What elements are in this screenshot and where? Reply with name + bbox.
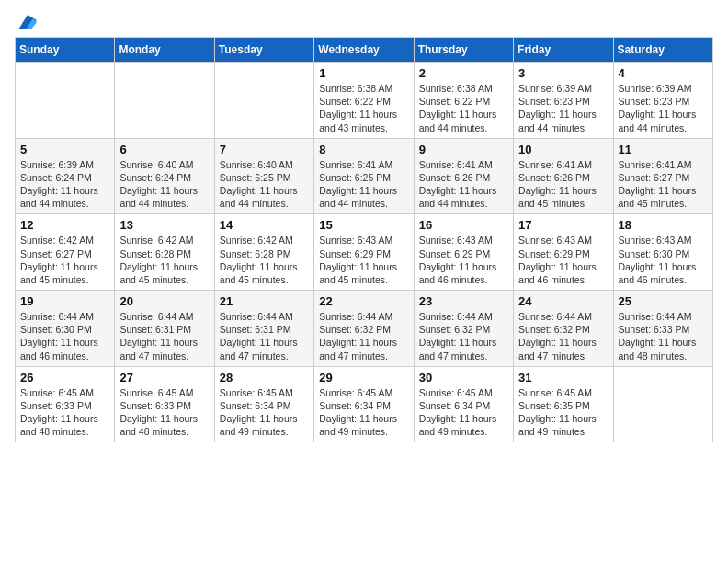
calendar-cell: 22Sunrise: 6:44 AMSunset: 6:32 PMDayligh…	[314, 291, 414, 367]
day-info: Sunrise: 6:40 AMSunset: 6:24 PMDaylight:…	[119, 158, 209, 211]
day-info: Sunrise: 6:42 AMSunset: 6:28 PMDaylight:…	[119, 234, 209, 286]
day-info: Sunrise: 6:45 AMSunset: 6:34 PMDaylight:…	[319, 386, 408, 439]
day-info: Sunrise: 6:43 AMSunset: 6:30 PMDaylight:…	[619, 234, 708, 286]
day-info: Sunrise: 6:44 AMSunset: 6:31 PMDaylight:…	[119, 310, 209, 362]
calendar-week-row: 1Sunrise: 6:38 AMSunset: 6:22 PMDaylight…	[16, 63, 713, 139]
day-number: 2	[419, 66, 508, 80]
day-number: 16	[419, 218, 508, 232]
weekday-header-saturday: Saturday	[613, 38, 712, 63]
calendar-cell: 11Sunrise: 6:41 AMSunset: 6:27 PMDayligh…	[613, 138, 712, 214]
day-info: Sunrise: 6:39 AMSunset: 6:24 PMDaylight:…	[20, 158, 109, 211]
calendar-cell: 14Sunrise: 6:42 AMSunset: 6:28 PMDayligh…	[214, 214, 313, 291]
calendar-cell: 21Sunrise: 6:44 AMSunset: 6:31 PMDayligh…	[214, 291, 313, 367]
day-number: 31	[518, 371, 608, 385]
day-number: 8	[319, 143, 408, 156]
calendar-cell: 16Sunrise: 6:43 AMSunset: 6:29 PMDayligh…	[414, 214, 513, 291]
calendar-cell: 2Sunrise: 6:38 AMSunset: 6:22 PMDaylight…	[414, 63, 513, 139]
day-number: 20	[119, 294, 209, 308]
calendar-cell: 8Sunrise: 6:41 AMSunset: 6:25 PMDaylight…	[314, 138, 414, 214]
weekday-header-wednesday: Wednesday	[314, 38, 414, 63]
day-number: 18	[619, 218, 708, 232]
calendar-cell: 4Sunrise: 6:39 AMSunset: 6:23 PMDaylight…	[613, 63, 712, 139]
calendar-body: 1Sunrise: 6:38 AMSunset: 6:22 PMDaylight…	[16, 63, 713, 442]
day-info: Sunrise: 6:45 AMSunset: 6:34 PMDaylight:…	[220, 386, 309, 439]
day-number: 17	[518, 218, 608, 232]
calendar-cell: 27Sunrise: 6:45 AMSunset: 6:33 PMDayligh…	[115, 366, 214, 442]
calendar-cell	[115, 63, 214, 139]
calendar-cell: 15Sunrise: 6:43 AMSunset: 6:29 PMDayligh…	[314, 214, 414, 291]
day-number: 12	[20, 218, 109, 232]
calendar-cell: 10Sunrise: 6:41 AMSunset: 6:26 PMDayligh…	[514, 138, 613, 214]
calendar-cell: 13Sunrise: 6:42 AMSunset: 6:28 PMDayligh…	[115, 214, 214, 291]
weekday-header-friday: Friday	[514, 38, 613, 63]
day-number: 1	[319, 66, 408, 80]
calendar-cell	[214, 63, 313, 139]
calendar-week-row: 26Sunrise: 6:45 AMSunset: 6:33 PMDayligh…	[16, 366, 713, 442]
calendar-cell	[16, 63, 115, 139]
calendar-cell: 5Sunrise: 6:39 AMSunset: 6:24 PMDaylight…	[16, 138, 115, 214]
day-info: Sunrise: 6:39 AMSunset: 6:23 PMDaylight:…	[518, 82, 608, 134]
calendar-cell: 12Sunrise: 6:42 AMSunset: 6:27 PMDayligh…	[16, 214, 115, 291]
day-number: 22	[319, 294, 408, 308]
logo-icon	[18, 15, 37, 29]
day-info: Sunrise: 6:45 AMSunset: 6:33 PMDaylight:…	[119, 386, 209, 439]
day-info: Sunrise: 6:44 AMSunset: 6:32 PMDaylight:…	[419, 310, 508, 362]
calendar-cell: 18Sunrise: 6:43 AMSunset: 6:30 PMDayligh…	[613, 214, 712, 291]
day-info: Sunrise: 6:45 AMSunset: 6:34 PMDaylight:…	[419, 386, 508, 439]
calendar-cell: 9Sunrise: 6:41 AMSunset: 6:26 PMDaylight…	[414, 138, 513, 214]
day-info: Sunrise: 6:38 AMSunset: 6:22 PMDaylight:…	[419, 82, 508, 134]
day-number: 29	[319, 371, 408, 385]
calendar-cell: 19Sunrise: 6:44 AMSunset: 6:30 PMDayligh…	[16, 291, 115, 367]
day-info: Sunrise: 6:39 AMSunset: 6:23 PMDaylight:…	[619, 82, 708, 134]
day-number: 19	[20, 294, 109, 308]
day-info: Sunrise: 6:44 AMSunset: 6:31 PMDaylight:…	[220, 310, 309, 362]
calendar-cell: 25Sunrise: 6:44 AMSunset: 6:33 PMDayligh…	[613, 291, 712, 367]
calendar-week-row: 19Sunrise: 6:44 AMSunset: 6:30 PMDayligh…	[16, 291, 713, 367]
day-number: 24	[518, 294, 608, 308]
calendar-cell: 6Sunrise: 6:40 AMSunset: 6:24 PMDaylight…	[115, 138, 214, 214]
day-info: Sunrise: 6:38 AMSunset: 6:22 PMDaylight:…	[319, 82, 408, 134]
weekday-header-tuesday: Tuesday	[214, 38, 313, 63]
day-info: Sunrise: 6:43 AMSunset: 6:29 PMDaylight:…	[319, 234, 408, 286]
day-info: Sunrise: 6:40 AMSunset: 6:25 PMDaylight:…	[220, 158, 309, 211]
weekday-header-sunday: Sunday	[16, 38, 115, 63]
day-number: 5	[20, 143, 109, 156]
day-number: 4	[619, 66, 708, 80]
day-number: 27	[119, 371, 209, 385]
calendar-cell: 23Sunrise: 6:44 AMSunset: 6:32 PMDayligh…	[414, 291, 513, 367]
day-info: Sunrise: 6:44 AMSunset: 6:30 PMDaylight:…	[20, 310, 109, 362]
calendar-cell: 31Sunrise: 6:45 AMSunset: 6:35 PMDayligh…	[514, 366, 613, 442]
day-number: 15	[319, 218, 408, 232]
calendar-week-row: 5Sunrise: 6:39 AMSunset: 6:24 PMDaylight…	[16, 138, 713, 214]
logo	[15, 15, 37, 28]
day-info: Sunrise: 6:41 AMSunset: 6:25 PMDaylight:…	[319, 158, 408, 211]
day-info: Sunrise: 6:45 AMSunset: 6:33 PMDaylight:…	[20, 386, 109, 439]
day-number: 11	[619, 143, 708, 156]
calendar-header-row: SundayMondayTuesdayWednesdayThursdayFrid…	[16, 38, 713, 63]
day-info: Sunrise: 6:43 AMSunset: 6:29 PMDaylight:…	[419, 234, 508, 286]
page-header	[15, 15, 713, 28]
calendar-cell: 30Sunrise: 6:45 AMSunset: 6:34 PMDayligh…	[414, 366, 513, 442]
day-number: 10	[518, 143, 608, 156]
calendar-cell: 3Sunrise: 6:39 AMSunset: 6:23 PMDaylight…	[514, 63, 613, 139]
day-number: 25	[619, 294, 708, 308]
calendar-cell: 7Sunrise: 6:40 AMSunset: 6:25 PMDaylight…	[214, 138, 313, 214]
day-number: 7	[220, 143, 309, 156]
day-info: Sunrise: 6:44 AMSunset: 6:32 PMDaylight:…	[518, 310, 608, 362]
day-number: 13	[119, 218, 209, 232]
day-number: 28	[220, 371, 309, 385]
day-number: 14	[220, 218, 309, 232]
day-info: Sunrise: 6:41 AMSunset: 6:26 PMDaylight:…	[518, 158, 608, 211]
calendar-cell	[613, 366, 712, 442]
day-number: 30	[419, 371, 508, 385]
day-number: 6	[119, 143, 209, 156]
calendar-cell: 1Sunrise: 6:38 AMSunset: 6:22 PMDaylight…	[314, 63, 414, 139]
day-info: Sunrise: 6:45 AMSunset: 6:35 PMDaylight:…	[518, 386, 608, 439]
day-number: 23	[419, 294, 508, 308]
day-info: Sunrise: 6:41 AMSunset: 6:27 PMDaylight:…	[619, 158, 708, 211]
calendar-cell: 24Sunrise: 6:44 AMSunset: 6:32 PMDayligh…	[514, 291, 613, 367]
calendar-cell: 17Sunrise: 6:43 AMSunset: 6:29 PMDayligh…	[514, 214, 613, 291]
day-info: Sunrise: 6:43 AMSunset: 6:29 PMDaylight:…	[518, 234, 608, 286]
calendar-cell: 28Sunrise: 6:45 AMSunset: 6:34 PMDayligh…	[214, 366, 313, 442]
day-number: 9	[419, 143, 508, 156]
